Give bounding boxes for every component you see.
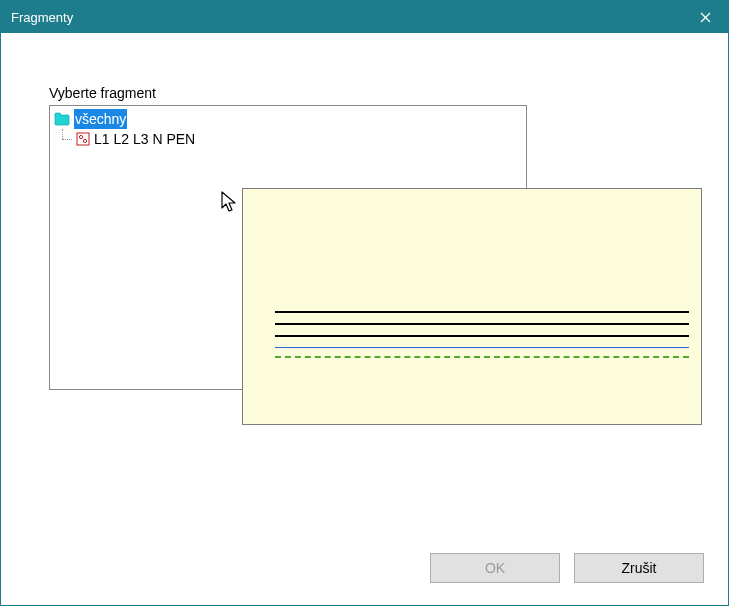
preview-line-L2	[275, 323, 689, 325]
tree-root-node[interactable]: všechny	[54, 109, 522, 129]
preview-line-PEN	[275, 356, 689, 358]
close-icon	[700, 12, 711, 23]
cancel-button[interactable]: Zrušit	[574, 553, 704, 583]
window-title: Fragmenty	[11, 10, 73, 25]
ok-button: OK	[430, 553, 560, 583]
button-row: OK Zrušit	[430, 553, 704, 583]
svg-rect-0	[77, 133, 89, 145]
preview-line-L3	[275, 335, 689, 337]
preview-lines	[275, 311, 689, 358]
fragment-preview-tooltip	[242, 188, 702, 425]
tree-child-label: L1 L2 L3 N PEN	[94, 131, 195, 147]
dialog-window: Fragmenty Vyberte fragment všechny	[0, 0, 729, 606]
fragment-icon	[76, 132, 90, 146]
client-area: Vyberte fragment všechny	[1, 33, 728, 605]
close-button[interactable]	[682, 1, 728, 33]
folder-icon	[54, 112, 70, 126]
field-label: Vyberte fragment	[49, 85, 680, 101]
titlebar: Fragmenty	[1, 1, 728, 33]
preview-line-N	[275, 347, 689, 348]
tree-root-label: všechny	[74, 109, 127, 129]
preview-line-L1	[275, 311, 689, 313]
tree-child-node[interactable]: L1 L2 L3 N PEN	[54, 129, 522, 149]
tree-connector	[54, 129, 76, 149]
